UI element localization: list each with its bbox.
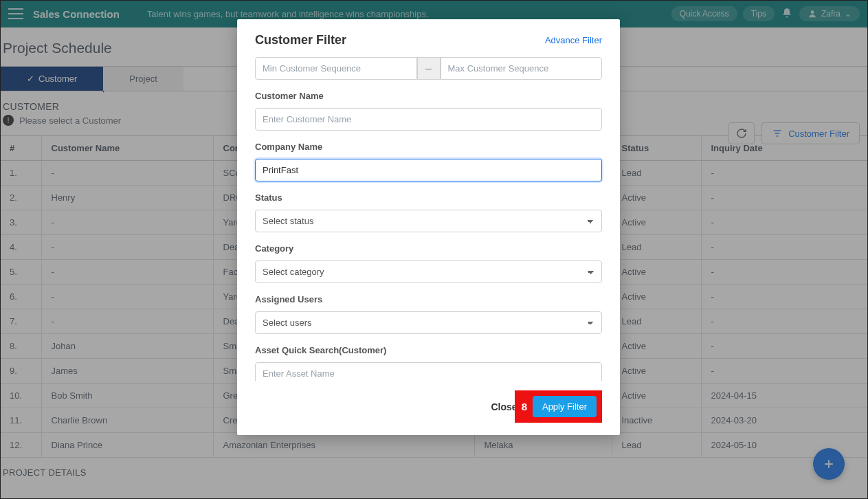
close-button[interactable]: Close xyxy=(491,401,518,412)
customer-name-input[interactable] xyxy=(255,108,602,131)
label-category: Category xyxy=(255,243,602,254)
users-select[interactable]: Select users xyxy=(255,311,602,334)
label-status: Status xyxy=(255,192,602,203)
category-select[interactable]: Select category xyxy=(255,260,602,283)
company-name-input[interactable] xyxy=(255,159,602,181)
advance-filter-link[interactable]: Advance Filter xyxy=(545,35,602,45)
label-users: Assigned Users xyxy=(255,294,602,304)
label-company-name: Company Name xyxy=(255,142,602,152)
modal-footer: Close 8 Apply Filter xyxy=(237,381,620,435)
apply-filter-button[interactable]: Apply Filter xyxy=(533,396,597,417)
customer-filter-modal: Customer Filter Advance Filter – Custome… xyxy=(237,19,620,435)
status-select[interactable]: Select status xyxy=(255,210,602,232)
callout-number: 8 xyxy=(520,401,528,412)
modal-body[interactable]: – Customer Name Company Name Status Sele… xyxy=(237,57,620,381)
modal-title: Customer Filter xyxy=(255,33,346,47)
label-asset: Asset Quick Search(Customer) xyxy=(255,345,602,355)
max-sequence-input[interactable] xyxy=(441,57,603,80)
sequence-row: – xyxy=(255,57,602,80)
sequence-separator: – xyxy=(417,57,441,80)
label-customer-name: Customer Name xyxy=(255,91,602,101)
min-sequence-input[interactable] xyxy=(255,57,417,80)
asset-input[interactable] xyxy=(255,362,602,381)
modal-header: Customer Filter Advance Filter xyxy=(237,19,620,57)
callout-highlight: 8 Apply Filter xyxy=(515,390,602,423)
